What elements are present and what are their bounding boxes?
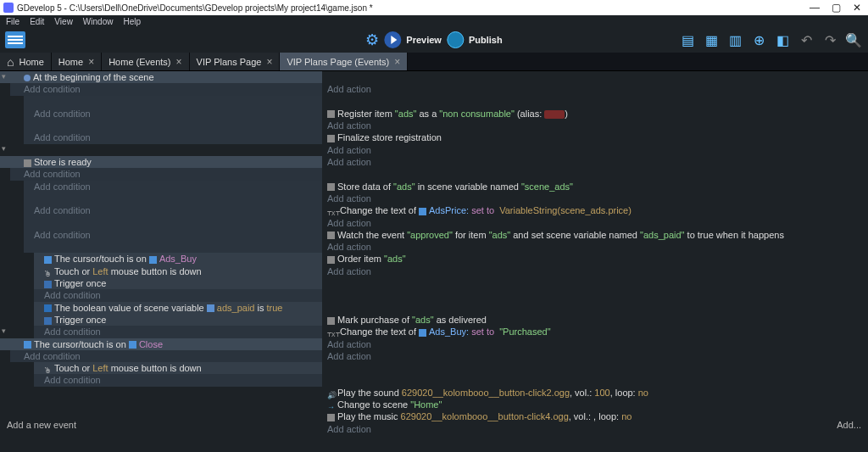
tab-close-icon[interactable]: × <box>176 56 182 68</box>
menubar: File Edit View Window Help <box>0 15 868 27</box>
tab-vip-plans-events[interactable]: VIP Plans Page (Events)× <box>280 53 408 70</box>
add-condition[interactable]: Add condition <box>10 83 322 95</box>
add-action[interactable]: Add action <box>324 120 868 131</box>
add-menu[interactable]: Add... <box>837 420 861 432</box>
add-action[interactable]: Add action <box>324 350 868 362</box>
add-event-icon[interactable]: ⊕ <box>749 31 768 49</box>
action-icon <box>327 256 335 264</box>
home-icon <box>7 55 14 69</box>
debug-icon[interactable]: ⚙ <box>365 31 379 49</box>
add-action[interactable]: Add action <box>324 338 868 350</box>
conditions-column: ▾ At the beginning of the scene Add cond… <box>0 71 322 420</box>
spacer <box>324 96 868 108</box>
condition-row[interactable]: 🖱Touch or Left mouse button is down <box>34 362 322 374</box>
redo-icon[interactable]: ↷ <box>821 31 839 49</box>
search-icon[interactable]: 🔍 <box>844 31 863 49</box>
publish-label[interactable]: Publish <box>469 35 503 45</box>
tab-close-icon[interactable]: × <box>266 56 272 68</box>
action-row[interactable]: Finalize store registration <box>324 131 868 143</box>
preview-label[interactable]: Preview <box>406 35 442 45</box>
add-new-event[interactable]: Add a new event <box>7 420 76 432</box>
close-button[interactable]: ✕ <box>853 2 861 14</box>
action-row[interactable]: ᴛxᴛ Change the text of AdsPrice: set to … <box>324 204 868 216</box>
condition-row[interactable]: The cursor/touch is on Ads_Buy <box>34 253 322 265</box>
collapse-icon[interactable]: ▾ <box>2 144 6 153</box>
spacer <box>24 217 322 229</box>
cursor-icon <box>44 256 52 264</box>
action-row[interactable]: Watch the event "approved" for item "ads… <box>324 229 868 241</box>
add-condition[interactable]: Add condition <box>10 168 322 180</box>
open-panel-icon[interactable]: ◧ <box>773 31 792 49</box>
action-row[interactable]: ᴛxᴛ Change the text of Ads_Buy: set to "… <box>324 326 868 338</box>
condition-row[interactable]: Trigger once <box>34 314 322 326</box>
minimize-button[interactable]: — <box>810 2 820 14</box>
add-condition[interactable]: Add condition <box>24 108 322 120</box>
tab-home-icon[interactable]: Home <box>0 53 52 70</box>
add-action[interactable]: Add action <box>324 217 868 229</box>
tab-home[interactable]: Home× <box>52 53 102 70</box>
action-row[interactable]: →Change to scene "Home" <box>324 399 868 410</box>
add-action[interactable]: Add action <box>324 265 868 277</box>
menu-file[interactable]: File <box>2 17 24 26</box>
tab-label: Home (Events) <box>108 57 170 67</box>
menu-help[interactable]: Help <box>119 17 145 26</box>
sound-icon: 🔊 <box>327 389 336 398</box>
action-row[interactable]: Order item "ads" <box>324 253 868 265</box>
action-row[interactable]: Register item "ads" as a "non consumable… <box>324 108 868 120</box>
text-icon: ᴛxᴛ <box>327 207 336 215</box>
add-condition[interactable]: Add condition <box>24 229 322 241</box>
store-icon <box>24 159 31 167</box>
add-action[interactable]: Add action <box>324 156 868 168</box>
menu-hamburger-button[interactable] <box>5 31 25 48</box>
tab-label: VIP Plans Page <box>197 57 262 67</box>
spacer <box>324 289 868 301</box>
error-icon <box>544 110 565 119</box>
action-icon <box>327 232 335 239</box>
condition-row[interactable]: 🖱Touch or Left mouse button is down <box>34 265 322 277</box>
undo-icon[interactable]: ↶ <box>797 31 815 49</box>
preview-button[interactable] <box>384 31 401 48</box>
tab-vip-plans[interactable]: VIP Plans Page× <box>190 53 281 70</box>
tab-home-events[interactable]: Home (Events)× <box>102 53 189 70</box>
add-condition[interactable]: Add condition <box>34 289 322 301</box>
event-header[interactable]: The cursor/touch is on Close <box>0 338 322 350</box>
condition-row[interactable]: Trigger once <box>34 277 322 289</box>
spacer <box>24 96 322 108</box>
menu-view[interactable]: View <box>50 17 77 26</box>
add-action[interactable]: Add action <box>324 193 868 204</box>
action-row[interactable]: Mark purchase of "ads" as delivered <box>324 314 868 326</box>
add-object-icon[interactable]: ▦ <box>702 31 721 49</box>
add-condition[interactable]: Add condition <box>24 181 322 193</box>
action-row[interactable]: Store data of "ads" in scene variable na… <box>324 181 868 193</box>
publish-icon[interactable] <box>447 31 464 48</box>
maximize-button[interactable]: ▢ <box>832 2 841 14</box>
tab-close-icon[interactable]: × <box>88 56 94 68</box>
add-condition[interactable]: Add condition <box>34 326 322 338</box>
action-row[interactable]: 🔊Play the sound 629020__kolombooo__butto… <box>324 387 868 399</box>
add-action[interactable]: Add action <box>324 144 868 156</box>
spacer <box>324 362 868 374</box>
condition-row[interactable]: The boolean value of scene variable ads_… <box>34 302 322 314</box>
collapse-icon[interactable]: ▾ <box>2 326 6 335</box>
event-header[interactable]: At the beginning of the scene <box>0 71 322 83</box>
menu-window[interactable]: Window <box>79 17 118 26</box>
tab-close-icon[interactable]: × <box>394 56 400 68</box>
event-header[interactable]: Store is ready <box>0 156 322 168</box>
mouse-icon: 🖱 <box>44 365 53 373</box>
add-condition[interactable]: Add condition <box>10 350 322 362</box>
add-action[interactable]: Add action <box>324 83 868 95</box>
tab-label: Home <box>19 57 43 67</box>
add-condition[interactable]: Add condition <box>24 131 322 143</box>
trigger-icon <box>44 317 52 325</box>
add-action[interactable]: Add action <box>324 241 868 253</box>
object-icon <box>149 256 157 264</box>
add-condition[interactable]: Add condition <box>34 374 322 386</box>
add-condition[interactable]: Add condition <box>24 204 322 216</box>
text-icon: ᴛxᴛ <box>327 328 336 337</box>
menu-edit[interactable]: Edit <box>25 17 48 26</box>
add-scene-icon[interactable]: ▤ <box>678 31 697 49</box>
collapse-icon[interactable]: ▾ <box>2 72 6 81</box>
spacer <box>324 168 868 180</box>
add-comment-icon[interactable]: ▥ <box>726 31 744 49</box>
spacer <box>324 302 868 314</box>
